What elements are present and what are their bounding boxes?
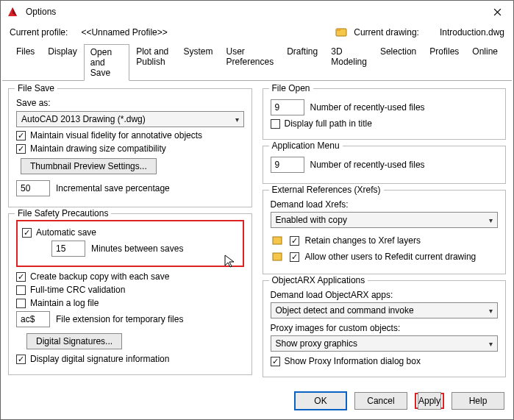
- ok-button[interactable]: OK: [294, 391, 347, 410]
- current-profile-value: <<Unnamed Profile>>: [81, 27, 167, 38]
- minutes-between-saves-label: Minutes between saves: [91, 243, 183, 254]
- tab-display[interactable]: Display: [41, 43, 83, 80]
- group-xrefs: External References (Xrefs) Demand load …: [263, 190, 507, 274]
- maintain-visual-label: Maintain visual fidelity for annotative …: [30, 130, 202, 140]
- apply-highlight: Apply: [415, 393, 444, 409]
- tab-3d-modeling[interactable]: 3D Modeling: [324, 43, 374, 80]
- group-file-save: File Save Save as: AutoCAD 2013 Drawing …: [8, 88, 252, 207]
- retain-xref-layers-label: Retain changes to Xref layers: [305, 235, 421, 246]
- recent-files-input[interactable]: [271, 99, 304, 115]
- proxy-images-value: Show proxy graphics: [276, 338, 357, 349]
- allow-refedit-checkbox[interactable]: [290, 252, 299, 262]
- minutes-between-saves-input[interactable]: [51, 241, 85, 257]
- show-proxy-dialog-checkbox[interactable]: [271, 357, 280, 366]
- current-profile-label: Current profile:: [10, 27, 68, 38]
- svg-rect-2: [273, 237, 282, 244]
- demand-load-arx-label: Demand load ObjectARX apps:: [271, 290, 499, 300]
- window-title: Options: [26, 7, 481, 17]
- full-path-label: Display full path in title: [285, 118, 372, 129]
- create-backup-checkbox[interactable]: [16, 272, 26, 282]
- demand-load-xrefs-combo[interactable]: Enabled with copy ▾: [271, 212, 499, 228]
- tab-files[interactable]: Files: [10, 43, 41, 80]
- save-as-label: Save as:: [16, 98, 244, 108]
- incremental-save-input[interactable]: [16, 180, 50, 196]
- automatic-save-label: Automatic save: [36, 227, 96, 238]
- maintain-size-checkbox[interactable]: [16, 144, 26, 154]
- demand-load-arx-combo[interactable]: Object detect and command invoke ▾: [271, 302, 499, 318]
- appmenu-recent-input[interactable]: [271, 157, 304, 173]
- group-title-app-menu: Application Menu: [269, 140, 343, 151]
- chevron-down-icon: ▾: [489, 340, 493, 348]
- group-title-objectarx: ObjectARX Applications: [269, 275, 368, 285]
- group-title-file-save: File Save: [15, 83, 57, 93]
- group-file-safety: File Safety Precautions Automatic save M…: [8, 213, 252, 375]
- group-title-xrefs: External References (Xrefs): [269, 185, 384, 195]
- retain-xref-layers-checkbox[interactable]: [290, 236, 299, 246]
- titlebar: Options: [1, 1, 513, 23]
- tab-drafting[interactable]: Drafting: [280, 43, 324, 80]
- save-as-value: AutoCAD 2013 Drawing (*.dwg): [21, 114, 146, 124]
- allow-refedit-label: Allow other users to Refedit current dra…: [305, 252, 476, 262]
- apply-button[interactable]: Apply: [418, 392, 441, 410]
- chevron-down-icon: ▾: [235, 115, 239, 124]
- recent-files-label: Number of recently-used files: [310, 102, 425, 113]
- chevron-down-icon: ▾: [489, 307, 493, 315]
- cursor-icon: [224, 255, 236, 271]
- tab-selection[interactable]: Selection: [374, 43, 423, 80]
- show-proxy-dialog-label: Show Proxy Information dialog box: [285, 356, 421, 366]
- svg-rect-1: [336, 29, 340, 31]
- proxy-images-label: Proxy images for custom objects:: [271, 323, 499, 333]
- help-button[interactable]: Help: [451, 392, 504, 410]
- tabs: Files Display Open and Save Plot and Pub…: [2, 43, 512, 81]
- crc-validation-checkbox[interactable]: [16, 285, 26, 295]
- tab-plot-publish[interactable]: Plot and Publish: [129, 43, 176, 80]
- maintain-log-checkbox[interactable]: [16, 299, 26, 308]
- close-button[interactable]: [481, 1, 513, 23]
- refedit-icon: [271, 250, 284, 263]
- group-title-file-safety: File Safety Precautions: [15, 208, 111, 218]
- incremental-save-label: Incremental save percentage: [56, 183, 170, 193]
- tab-open-and-save[interactable]: Open and Save: [84, 44, 130, 81]
- tab-system[interactable]: System: [176, 43, 219, 80]
- tab-user-preferences[interactable]: User Preferences: [220, 43, 281, 80]
- cancel-button[interactable]: Cancel: [354, 392, 407, 410]
- temp-file-extension-input[interactable]: [16, 311, 50, 327]
- app-icon: [7, 5, 20, 18]
- auto-save-highlight: Automatic save Minutes between saves: [16, 220, 244, 267]
- group-app-menu: Application Menu Number of recently-used…: [263, 146, 507, 184]
- maintain-size-label: Maintain drawing size compatibility: [30, 143, 166, 154]
- proxy-images-combo[interactable]: Show proxy graphics ▾: [271, 335, 499, 352]
- chevron-down-icon: ▾: [489, 216, 493, 224]
- footer: OK Cancel Apply Help: [1, 385, 513, 419]
- group-title-file-open: File Open: [269, 83, 313, 93]
- drawing-icon: [335, 26, 348, 39]
- maintain-visual-checkbox[interactable]: [16, 131, 26, 140]
- tab-online[interactable]: Online: [465, 43, 504, 80]
- current-drawing-value: Introduction.dwg: [440, 27, 504, 38]
- display-signature-label: Display digital signature information: [30, 354, 169, 364]
- automatic-save-checkbox[interactable]: [22, 228, 32, 238]
- profile-row: Current profile: <<Unnamed Profile>> Cur…: [1, 23, 513, 43]
- svg-rect-3: [273, 253, 282, 260]
- demand-load-xrefs-value: Enabled with copy: [276, 215, 347, 225]
- xref-layers-icon: [271, 234, 284, 247]
- save-as-combo[interactable]: AutoCAD 2013 Drawing (*.dwg) ▾: [16, 111, 244, 127]
- demand-load-xrefs-label: Demand load Xrefs:: [271, 199, 499, 210]
- create-backup-label: Create backup copy with each save: [30, 271, 169, 282]
- digital-signatures-button[interactable]: Digital Signatures...: [26, 333, 122, 349]
- demand-load-arx-value: Object detect and command invoke: [276, 305, 414, 316]
- appmenu-recent-label: Number of recently-used files: [310, 160, 425, 170]
- thumbnail-preview-button[interactable]: Thumbnail Preview Settings...: [21, 158, 157, 174]
- current-drawing-label: Current drawing:: [354, 27, 419, 38]
- group-objectarx: ObjectARX Applications Demand load Objec…: [263, 280, 507, 377]
- display-signature-checkbox[interactable]: [16, 355, 26, 364]
- group-file-open: File Open Number of recently-used files …: [263, 88, 507, 140]
- crc-validation-label: Full-time CRC validation: [30, 285, 125, 295]
- tab-profiles[interactable]: Profiles: [423, 43, 465, 80]
- full-path-checkbox[interactable]: [271, 119, 280, 129]
- temp-file-extension-label: File extension for temporary files: [56, 314, 183, 324]
- maintain-log-label: Maintain a log file: [30, 298, 99, 308]
